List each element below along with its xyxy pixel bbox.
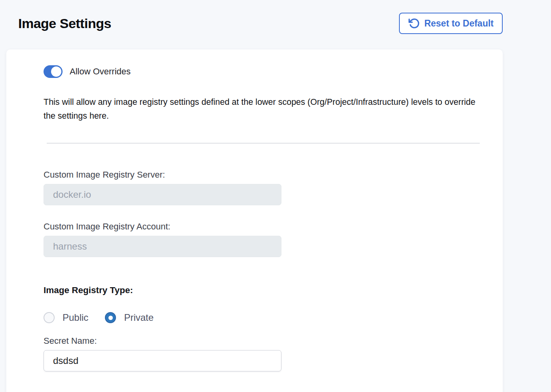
radio-private-icon [105, 312, 116, 323]
registry-account-input [44, 236, 281, 257]
registry-type-label: Image Registry Type: [44, 285, 483, 295]
registry-server-input [44, 184, 281, 205]
radio-public-label: Public [63, 312, 88, 323]
secret-name-label: Secret Name: [44, 336, 483, 346]
secret-name-input[interactable] [44, 350, 281, 371]
reset-to-default-button[interactable]: Reset to Default [399, 13, 503, 34]
radio-option-public[interactable]: Public [44, 312, 88, 323]
registry-account-label: Custom Image Registry Account: [44, 222, 483, 232]
section-divider [47, 143, 480, 144]
page-title: Image Settings [18, 16, 111, 31]
radio-public-icon [44, 312, 55, 323]
registry-server-label: Custom Image Registry Server: [44, 170, 483, 180]
toggle-knob [51, 66, 61, 77]
registry-type-options: Public Private [44, 312, 483, 323]
allow-overrides-row: Allow Overrides [44, 65, 483, 78]
page-header: Image Settings Reset to Default [0, 0, 551, 35]
reset-button-label: Reset to Default [424, 18, 494, 29]
allow-overrides-label: Allow Overrides [70, 66, 131, 77]
allow-overrides-toggle[interactable] [44, 65, 63, 78]
reset-ccw-icon [408, 17, 420, 29]
radio-private-label: Private [124, 312, 154, 323]
radio-option-private[interactable]: Private [105, 312, 154, 323]
allow-overrides-description: This will allow any image registry setti… [44, 95, 483, 123]
image-settings-panel: Allow Overrides This will allow any imag… [6, 49, 503, 392]
